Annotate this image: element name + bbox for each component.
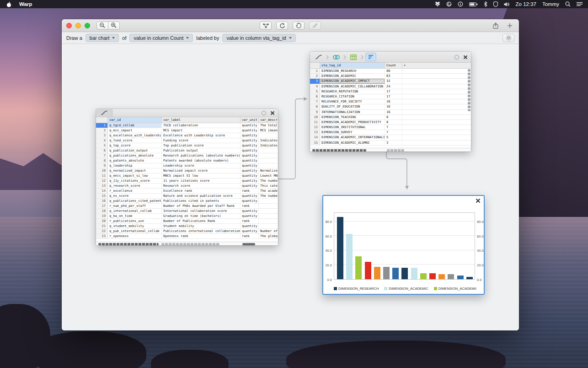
cell-var-unit[interactable]: rank [241, 204, 259, 208]
notification-center-icon[interactable] [577, 2, 583, 6]
cell-var-id[interactable]: q_top_score [108, 143, 162, 148]
bluetooth-icon[interactable] [484, 1, 487, 7]
shield-icon[interactable] [493, 1, 498, 7]
chart-bar[interactable] [374, 267, 380, 279]
cell-var-desc[interactable]: The total g [259, 123, 278, 128]
row-number[interactable]: 13 [310, 130, 320, 135]
cell-var-unit[interactable]: quantity [241, 148, 259, 153]
row-number[interactable]: 11 [96, 173, 108, 178]
menu-user-name[interactable]: Tommy [542, 1, 559, 7]
cell-count[interactable]: 17 [385, 89, 402, 94]
row-number[interactable]: 1 [310, 69, 320, 73]
row-number[interactable]: 14 [96, 189, 108, 193]
cell-var-unit[interactable]: quantity [241, 133, 259, 138]
cell-count[interactable]: 7 [385, 125, 402, 130]
row-number[interactable]: 18 [96, 209, 108, 213]
spotlight-search-icon[interactable] [565, 1, 571, 7]
info-icon[interactable] [458, 1, 463, 7]
cell-var-unit[interactable]: rank [241, 189, 259, 193]
chart-bar[interactable] [420, 273, 427, 279]
cell-var-id[interactable]: q_student_mobility [108, 224, 162, 228]
cell-vta-tag-id[interactable]: DIMENSION_INSTITUTIONAL [320, 125, 385, 130]
cell-var-label[interactable]: Leadership score [162, 163, 241, 168]
cell-var-id[interactable]: q_leadership [108, 163, 162, 168]
cell-var-id[interactable]: q_pub_international_collab [108, 229, 162, 233]
cell-var-unit[interactable]: quantity [241, 158, 259, 163]
cell-var-label[interactable]: Student mobility [162, 224, 241, 228]
cell-count[interactable]: 8 [385, 115, 402, 119]
cell-vta-tag-id[interactable]: RESEARCH_CITATION [320, 94, 385, 99]
edit-pencil-button[interactable] [309, 22, 321, 30]
cell-var-id[interactable]: q_international_collab [108, 209, 162, 213]
row-number[interactable]: 10 [96, 168, 108, 173]
cell-var-id[interactable]: q_ba_on_time [108, 214, 162, 218]
cell-var-label[interactable]: Publications cited in patents [162, 199, 241, 203]
cell-var-id[interactable]: r_publications_usn [108, 219, 162, 223]
cell-vta-tag-id[interactable]: DIMENSION_ACADEMIC_PRODUCTIVITY [320, 120, 385, 124]
row-number[interactable]: 3 [310, 79, 320, 83]
cell-var-id[interactable]: q_research_score [108, 184, 162, 188]
cell-var-label[interactable]: MCS impact [162, 128, 241, 133]
cell-vta-tag-id[interactable]: DIMENSION_ACADEMIC_INTERNATIONALIZATI [320, 135, 385, 140]
row-number[interactable]: 8 [96, 158, 108, 163]
cell-var-label[interactable]: 11 years citations score [162, 179, 241, 183]
cell-count[interactable]: 24 [385, 84, 402, 89]
cell-var-unit[interactable]: quantity [241, 153, 259, 158]
chart-bar[interactable] [392, 268, 399, 279]
cell-var-desc[interactable]: This catego [259, 184, 278, 188]
row-number[interactable]: 12 [310, 125, 320, 130]
row-number[interactable]: 1 [96, 123, 108, 128]
scroll-segment[interactable] [387, 149, 404, 152]
pan-hand-button[interactable] [293, 22, 305, 30]
horizontal-scroll-strip[interactable] [310, 148, 471, 152]
cell-empty[interactable] [402, 84, 471, 89]
cell-var-label[interactable]: Funding score [162, 138, 241, 143]
row-number[interactable]: 5 [310, 89, 320, 94]
cell-empty[interactable] [402, 79, 471, 83]
cell-var-label[interactable]: Number of Publications Rank [162, 219, 241, 223]
column-header-var-descri[interactable]: var_descri [259, 117, 278, 123]
row-number[interactable]: 4 [310, 84, 320, 89]
cell-var-id[interactable]: q_11y_citations_score [108, 179, 162, 183]
cell-var-unit[interactable]: quantity [241, 199, 259, 203]
row-number[interactable]: 2 [310, 74, 320, 78]
cell-var-id[interactable]: q_publications_cited_patents [108, 199, 162, 203]
cell-var-label[interactable]: International collaboration score [162, 209, 241, 213]
cell-var-desc[interactable]: MCS (mean c [259, 128, 278, 133]
value-column-dropdown[interactable]: value in column Count [129, 34, 193, 42]
cell-count[interactable]: 7 [385, 130, 402, 135]
cell-var-id[interactable]: q_mcs_impact [108, 128, 162, 133]
export-button[interactable] [492, 22, 499, 29]
cell-var-id[interactable]: r_num_phd_per_staff [108, 204, 162, 208]
zoom-out-button[interactable] [96, 22, 108, 30]
cell-count[interactable]: 16 [385, 99, 402, 104]
row-number[interactable]: 9 [96, 163, 108, 168]
row-number[interactable]: 6 [310, 94, 320, 99]
row-number[interactable]: 20 [96, 219, 108, 223]
chart-bar[interactable] [365, 262, 371, 279]
scroll-segment[interactable] [98, 243, 159, 245]
scroll-segment[interactable] [161, 243, 220, 245]
cell-var-id[interactable]: q_ns_score [108, 194, 162, 198]
add-tab-button[interactable] [507, 23, 513, 28]
cell-var-unit[interactable]: quantity [241, 224, 259, 228]
row-number[interactable]: 14 [310, 135, 320, 140]
scroll-segment[interactable] [242, 243, 255, 245]
cell-var-unit[interactable]: quantity [241, 168, 259, 173]
target-circle-icon[interactable] [454, 55, 459, 60]
cell-empty[interactable] [402, 74, 471, 78]
row-number[interactable]: 23 [96, 234, 108, 238]
window-titlebar[interactable] [62, 19, 519, 32]
flow-diagram-button[interactable] [260, 22, 272, 30]
cell-vta-tag-id[interactable]: DIMENSION_TEACHING [320, 115, 385, 119]
menu-clock[interactable]: Zo 12:37 [516, 1, 536, 7]
volume-icon[interactable] [504, 2, 510, 7]
cell-var-id[interactable]: q_fund_score [108, 138, 162, 143]
cell-var-unit[interactable]: rank [241, 219, 259, 223]
column-header-var-id[interactable]: var_id [108, 117, 162, 123]
cell-vta-tag-id[interactable]: RESEARCH_REPUTATION [320, 89, 385, 94]
cell-empty[interactable] [402, 69, 471, 73]
column-header-var-unit[interactable]: var_unit [241, 117, 259, 123]
close-icon[interactable] [476, 198, 481, 203]
sync-app-icon[interactable] [446, 1, 452, 7]
